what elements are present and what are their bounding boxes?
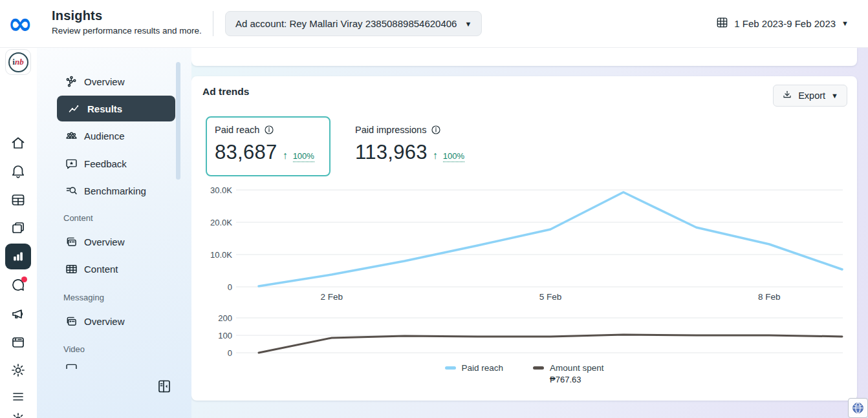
sidebar-section-messaging: Messaging: [63, 293, 104, 302]
page-subtitle: Review performance results and more.: [52, 26, 202, 36]
legend-label: Paid reach: [462, 363, 504, 384]
benchmarking-search-icon: [65, 184, 78, 198]
ad-account-label: Ad account: Rey Mallari Viray 2385088985…: [235, 18, 457, 29]
svg-text:20.0K: 20.0K: [210, 218, 232, 227]
table-grid-icon: [65, 262, 78, 276]
inbox-chat-icon[interactable]: [10, 278, 26, 293]
svg-text:2 Feb: 2 Feb: [320, 292, 343, 302]
sidebar-item-label: Content: [84, 264, 118, 275]
planner-calendar-icon[interactable]: [10, 192, 26, 207]
page-logo: inb: [8, 52, 28, 72]
card-title: Ad trends: [202, 86, 249, 98]
cards-overview-icon: [65, 315, 78, 328]
sidebar-item-label: Benchmarking: [84, 185, 146, 196]
all-tools-lines-icon[interactable]: [10, 389, 26, 404]
chevron-down-icon: ▼: [841, 19, 849, 27]
sidebar-item-overview[interactable]: Overview: [65, 73, 125, 90]
meta-logo-icon[interactable]: ∞: [8, 5, 32, 41]
paid-reach-swatch: [445, 366, 456, 370]
sidebar-item-label: Feedback: [84, 158, 127, 169]
svg-text:0: 0: [228, 348, 232, 358]
home-icon[interactable]: [10, 135, 26, 151]
sidebar-item-benchmarking[interactable]: Benchmarking: [65, 182, 146, 199]
sidebar-item-label: Audience: [84, 131, 125, 141]
header-divider: [213, 11, 213, 36]
posts-stack-icon[interactable]: [10, 220, 26, 236]
sidebar-item-messaging-overview[interactable]: Overview: [65, 313, 125, 329]
download-icon: [782, 90, 792, 102]
sidebar-item-feedback[interactable]: Feedback: [65, 155, 127, 172]
sidebar-item-results[interactable]: Results: [57, 96, 175, 121]
insights-barchart-icon[interactable]: [5, 244, 31, 269]
business-avatar[interactable]: inb: [5, 49, 31, 75]
metric-label: Paid reach: [215, 125, 259, 135]
svg-text:200: 200: [218, 314, 232, 323]
svg-text:30.0K: 30.0K: [210, 185, 232, 195]
chevron-down-icon: ▼: [464, 20, 472, 28]
sidebar-item-audience[interactable]: Audience: [65, 127, 125, 144]
amount-spent-line-chart: 0100200: [202, 314, 846, 359]
legend-paid-reach[interactable]: Paid reach: [445, 363, 504, 384]
metric-value: 113,963: [355, 141, 428, 164]
audience-people-icon: [65, 129, 78, 143]
unread-badge: [21, 277, 27, 282]
export-button[interactable]: Export ▼: [773, 85, 847, 107]
sidebar-item-content[interactable]: Content: [65, 260, 118, 277]
metric-label: Paid impressions: [355, 125, 426, 135]
export-label: Export: [798, 90, 825, 101]
cards-overview-icon: [65, 235, 78, 249]
notifications-bell-icon[interactable]: [10, 163, 26, 179]
date-range-selector[interactable]: 1 Feb 2023-9 Feb 2023 ▼: [716, 16, 849, 30]
overview-network-icon: [65, 75, 78, 89]
sidebar-item-label: Overview: [84, 236, 125, 247]
legend-label: Amount spent: [550, 363, 603, 373]
paid-reach-line-chart: 010.0K20.0K30.0K2 Feb5 Feb8 Feb: [202, 184, 846, 306]
svg-text:8 Feb: 8 Feb: [758, 292, 781, 302]
amount-spent-swatch: [533, 366, 544, 370]
metric-value: 83,687: [215, 141, 277, 164]
svg-text:10.0K: 10.0K: [210, 250, 232, 260]
settings-gear-icon[interactable]: [10, 412, 26, 418]
trend-up-arrow-icon: ↑: [433, 150, 438, 162]
info-icon[interactable]: [264, 125, 274, 135]
legend-amount-spent[interactable]: Amount spent ₱767.63: [533, 363, 603, 384]
svg-text:100: 100: [218, 331, 232, 340]
top-header: ∞ Insights Review performance results an…: [0, 0, 868, 48]
sidebar-section-video: Video: [63, 344, 85, 354]
trend-up-arrow-icon: ↑: [283, 150, 288, 162]
svg-text:5 Feb: 5 Feb: [539, 292, 562, 302]
legend-value: ₱767.63: [550, 375, 603, 384]
clipped-video-item-icon: [65, 362, 79, 369]
sidebar-scrollbar[interactable]: [176, 62, 180, 180]
chevron-down-icon: ▼: [831, 92, 838, 99]
collapse-sidebar-button[interactable]: [157, 379, 172, 395]
metric-change[interactable]: 100%: [443, 151, 464, 162]
calendar-icon: [716, 16, 728, 30]
metric-card-paid-reach[interactable]: Paid reach 83,687 ↑ 100%: [206, 116, 331, 176]
results-chart-icon: [67, 102, 81, 116]
previous-card-bottom-edge: [191, 48, 857, 66]
globe-language-button[interactable]: [848, 398, 868, 418]
meta-business-suite-insights: ∞ Insights Review performance results an…: [0, 0, 868, 418]
sidebar-item-content-overview[interactable]: Overview: [65, 233, 125, 250]
insights-sidebar: Overview Results Audience Feedback Bench…: [37, 48, 191, 418]
settings-gear-icon[interactable]: [10, 362, 26, 378]
left-icon-rail: inb: [0, 48, 37, 418]
sidebar-item-label: Results: [87, 103, 122, 114]
metric-card-paid-impressions[interactable]: Paid impressions 113,963 ↑ 100%: [346, 116, 471, 176]
info-icon[interactable]: [431, 125, 441, 135]
chart-legend: Paid reach Amount spent ₱767.63: [191, 363, 857, 384]
sidebar-item-label: Overview: [84, 316, 125, 327]
ad-trends-card: Ad trends Export ▼ Paid reach 83,687 ↑ 1…: [191, 76, 857, 401]
svg-text:0: 0: [228, 282, 232, 292]
feedback-bubble-star-icon: [65, 157, 78, 171]
metric-change[interactable]: 100%: [293, 151, 314, 162]
sidebar-section-content: Content: [63, 213, 93, 223]
ads-megaphone-icon[interactable]: [10, 306, 26, 322]
date-range-label: 1 Feb 2023-9 Feb 2023: [734, 18, 836, 29]
globe-icon: [851, 401, 865, 415]
page-title: Insights: [52, 8, 102, 23]
sidebar-item-label: Overview: [84, 76, 125, 87]
ads-manager-icon[interactable]: [10, 335, 26, 350]
ad-account-selector[interactable]: Ad account: Rey Mallari Viray 2385088985…: [225, 11, 482, 36]
